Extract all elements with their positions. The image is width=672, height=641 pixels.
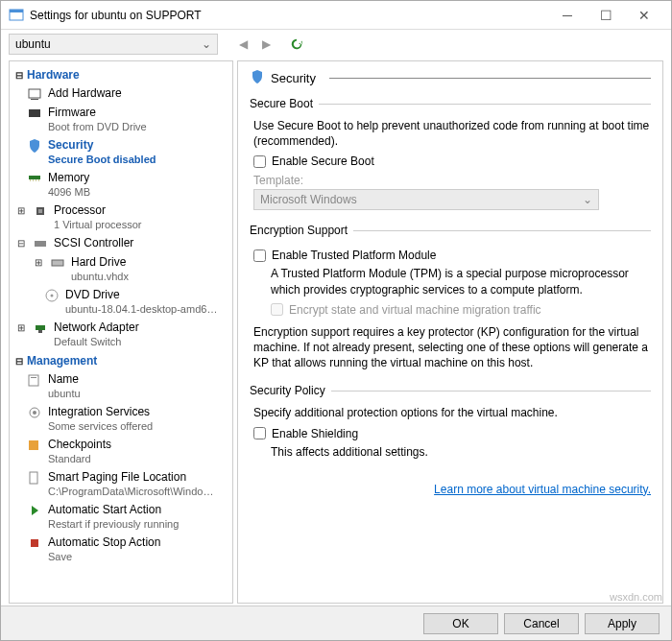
svg-rect-7 [33, 179, 34, 181]
settings-tree: ⊟ Hardware Add Hardware FirmwareBoot fro… [9, 60, 233, 604]
checkbox-input[interactable] [253, 427, 266, 439]
svg-rect-16 [36, 325, 45, 330]
vm-selector-value: ubuntu [15, 37, 51, 51]
sidebar-item-memory[interactable]: Memory4096 MB [10, 169, 232, 202]
sidebar-item-security[interactable]: SecuritySecure Boot disabled [10, 136, 232, 169]
shielding-note: This affects additional settings. [271, 444, 651, 460]
template-dropdown: Microsoft Windows ⌄ [253, 189, 599, 210]
divider [329, 78, 651, 79]
svg-rect-5 [29, 176, 40, 179]
close-button[interactable]: ✕ [625, 2, 663, 29]
checkpoints-icon [27, 438, 42, 453]
svg-rect-18 [29, 375, 38, 386]
tpm-desc: A Trusted Platform Module (TPM) is a spe… [271, 266, 651, 297]
svg-marker-24 [32, 506, 38, 515]
secure-boot-group: Secure Boot Use Secure Boot to help prev… [250, 97, 651, 210]
svg-rect-22 [29, 440, 38, 450]
svg-rect-8 [36, 179, 36, 181]
collapse-icon: ⊟ [15, 236, 27, 250]
shield-icon [250, 69, 265, 87]
sidebar-item-auto-start[interactable]: Automatic Start ActionRestart if previou… [10, 501, 232, 534]
svg-rect-23 [30, 472, 37, 484]
sidebar-item-hard-drive[interactable]: ⊞ Hard Driveubuntu.vhdx [10, 253, 232, 286]
svg-rect-9 [38, 179, 39, 181]
watermark: wsxdn.com [610, 591, 662, 603]
sidebar-item-smart-paging[interactable]: Smart Paging File LocationC:\ProgramData… [10, 468, 232, 501]
hardware-section-header[interactable]: ⊟ Hardware [10, 65, 232, 84]
sidebar-item-firmware[interactable]: FirmwareBoot from DVD Drive [10, 104, 232, 136]
sidebar-item-dvd-drive[interactable]: DVD Driveubuntu-18.04.1-desktop-amd6… [10, 286, 232, 319]
svg-rect-12 [35, 241, 46, 247]
secure-boot-desc: Use Secure Boot to help prevent unauthor… [253, 118, 651, 149]
collapse-icon: ⊟ [13, 70, 25, 81]
svg-rect-25 [31, 539, 38, 547]
panel-title: Security [271, 71, 316, 85]
management-section-header[interactable]: ⊟ Management [10, 351, 232, 370]
firmware-icon [27, 106, 42, 121]
checkbox-input[interactable] [253, 155, 266, 168]
section-title: Hardware [27, 68, 80, 82]
apply-button[interactable]: Apply [585, 613, 660, 634]
svg-rect-6 [30, 179, 31, 181]
svg-rect-17 [38, 330, 42, 333]
sidebar-item-scsi[interactable]: ⊟ SCSI Controller [10, 234, 232, 253]
scsi-icon [33, 236, 48, 251]
svg-rect-13 [52, 260, 63, 266]
expand-icon: ⊞ [15, 320, 27, 335]
enable-tpm-checkbox[interactable]: Enable Trusted Platform Module [253, 249, 651, 262]
svg-rect-4 [29, 109, 40, 117]
processor-icon [33, 203, 48, 219]
cancel-button[interactable]: Cancel [504, 613, 579, 634]
svg-rect-2 [29, 89, 40, 98]
integration-icon [27, 405, 42, 420]
sidebar-item-processor[interactable]: ⊞ Processor1 Virtual processor [10, 202, 232, 234]
window-title: Settings for ubuntu on SUPPORT [30, 9, 548, 22]
sidebar-item-network[interactable]: ⊞ Network AdapterDefault Switch [10, 319, 232, 351]
policy-legend: Security Policy [250, 384, 331, 397]
svg-rect-3 [31, 99, 38, 100]
encryption-note: Encryption support requires a key protec… [253, 324, 651, 371]
chevron-down-icon: ⌄ [202, 37, 211, 51]
nav-forward-button[interactable]: ▶ [256, 35, 276, 54]
smart-paging-icon [27, 470, 42, 486]
policy-desc: Specify additional protection options fo… [253, 405, 651, 420]
template-label: Template: [253, 174, 651, 187]
sidebar-item-checkpoints[interactable]: CheckpointsStandard [10, 436, 232, 468]
sidebar-item-integration[interactable]: Integration ServicesSome services offere… [10, 403, 232, 436]
toolbar: ubuntu ⌄ ◀ ▶ [1, 30, 671, 59]
vm-selector-dropdown[interactable]: ubuntu ⌄ [9, 34, 218, 55]
sidebar-item-auto-stop[interactable]: Automatic Stop ActionSave [10, 534, 232, 566]
main-panel: Security Secure Boot Use Secure Boot to … [237, 60, 663, 604]
auto-start-icon [27, 503, 42, 518]
encrypt-state-checkbox: Encrypt state and virtual machine migrat… [271, 303, 651, 317]
ok-button[interactable]: OK [423, 613, 498, 634]
shield-icon [27, 138, 42, 154]
sidebar-item-name[interactable]: Nameubuntu [10, 370, 232, 403]
secure-boot-legend: Secure Boot [250, 97, 319, 110]
titlebar: Settings for ubuntu on SUPPORT ─ ☐ ✕ [1, 1, 671, 30]
svg-point-21 [33, 411, 36, 415]
sidebar-item-add-hardware[interactable]: Add Hardware [10, 84, 232, 104]
refresh-button[interactable] [287, 35, 306, 54]
dvd-drive-icon [44, 288, 60, 303]
nav-back-button[interactable]: ◀ [233, 35, 252, 54]
svg-rect-19 [31, 377, 36, 378]
minimize-button[interactable]: ─ [548, 2, 587, 29]
enable-shielding-checkbox[interactable]: Enable Shielding [253, 427, 651, 440]
svg-point-15 [51, 295, 54, 297]
section-title: Management [27, 354, 97, 368]
name-icon [27, 372, 42, 388]
enable-secure-boot-checkbox[interactable]: Enable Secure Boot [253, 154, 651, 168]
encryption-group: Encryption Support Enable Trusted Platfo… [250, 224, 651, 370]
learn-more-link[interactable]: Learn more about virtual machine securit… [434, 483, 651, 496]
dialog-footer: OK Cancel Apply [1, 605, 671, 640]
svg-rect-11 [38, 209, 42, 213]
network-icon [33, 320, 48, 336]
collapse-icon: ⊟ [13, 356, 25, 367]
app-icon [9, 8, 24, 23]
maximize-button[interactable]: ☐ [587, 2, 625, 29]
checkbox-input [271, 303, 283, 316]
auto-stop-icon [27, 535, 42, 551]
checkbox-input[interactable] [253, 249, 266, 262]
chevron-down-icon: ⌄ [583, 193, 592, 206]
